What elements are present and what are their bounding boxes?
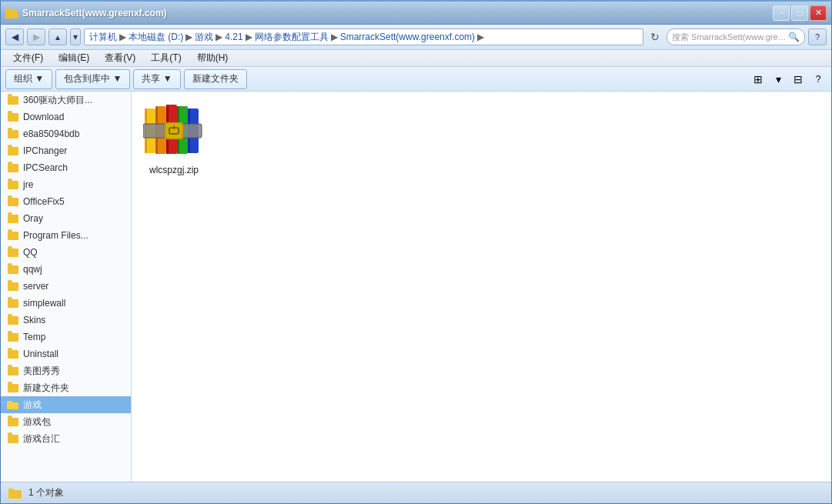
- toolbar-right: ⊞ ▾ ⊟ ?: [750, 71, 827, 88]
- back-button[interactable]: ◀: [5, 28, 24, 45]
- sidebar-item-games-hub[interactable]: 游戏台汇: [1, 430, 131, 447]
- sidebar-item-games-pack[interactable]: 游戏包: [1, 413, 131, 430]
- menu-edit[interactable]: 编辑(E): [51, 50, 97, 67]
- svg-rect-1: [5, 8, 11, 11]
- sidebar-item-360[interactable]: 360驱动大师目...: [1, 92, 131, 108]
- sidebar-item-qq[interactable]: QQ: [1, 244, 131, 261]
- up-button[interactable]: ▲: [48, 28, 67, 45]
- addressbar-container: ◀ ▶ ▲ ▾ 计算机 ▶ 本地磁盘 (D:) ▶ 游戏 ▶ 4.21 ▶ 网络…: [1, 25, 831, 50]
- forward-button[interactable]: ▶: [27, 28, 45, 45]
- sidebar-item-ipcsearch[interactable]: IPCSearch: [1, 159, 131, 176]
- breadcrumb-smarrack[interactable]: SmarrackSett(www.greenxf.com): [340, 32, 475, 42]
- minimize-button[interactable]: －: [773, 5, 790, 21]
- sidebar-item-meitu[interactable]: 美图秀秀: [1, 362, 131, 379]
- sidebar-item-qqwj[interactable]: qqwj: [1, 261, 131, 278]
- zip-file-icon: [143, 102, 205, 162]
- breadcrumb-421[interactable]: 4.21: [225, 32, 242, 42]
- folder-icon: [7, 195, 19, 208]
- refresh-button[interactable]: ↻: [647, 28, 663, 45]
- search-placeholder: 搜索 SmarrackSett(www.greenxf.c...: [672, 32, 788, 43]
- folder-icon-open: [7, 399, 19, 411]
- sidebar: 360驱动大师目... Download e8a85094bdb IPChang…: [1, 92, 132, 482]
- folder-icon: [7, 111, 19, 123]
- share-button[interactable]: 共享 ▼: [133, 69, 180, 89]
- titlebar: SmarrackSett(www.greenxf.com) － □ ✕: [1, 2, 831, 25]
- sidebar-item-temp[interactable]: Temp: [1, 329, 131, 345]
- folder-icon: [7, 94, 19, 106]
- titlebar-title: SmarrackSett(www.greenxf.com): [22, 8, 167, 18]
- status-folder-icon: [8, 486, 22, 500]
- menu-tools[interactable]: 工具(T): [143, 50, 189, 67]
- breadcrumb-games[interactable]: 游戏: [195, 31, 213, 44]
- folder-icon: [7, 246, 19, 259]
- folder-icon: [7, 297, 19, 309]
- folder-icon: [7, 212, 19, 225]
- nav-dropdown-button[interactable]: ▾: [70, 28, 81, 45]
- toolbar: 组织 ▼ 包含到库中 ▼ 共享 ▼ 新建文件夹 ⊞ ▾ ⊟ ?: [1, 67, 831, 92]
- file-item-zip[interactable]: wlcspzgj.zip: [139, 99, 209, 179]
- svg-rect-19: [173, 125, 175, 129]
- folder-icon: [7, 432, 19, 445]
- sidebar-item-jre[interactable]: jre: [1, 176, 131, 193]
- sidebar-item-server[interactable]: server: [1, 278, 131, 295]
- titlebar-icon: [5, 7, 18, 19]
- file-name: wlcspzgj.zip: [149, 165, 199, 175]
- folder-icon: [7, 229, 19, 242]
- sidebar-item-ipchanger[interactable]: IPChanger: [1, 142, 131, 159]
- sidebar-item-skins[interactable]: Skins: [1, 312, 131, 329]
- statusbar: 1 个对象: [1, 482, 831, 503]
- folder-icon: [7, 416, 19, 428]
- svg-rect-0: [5, 10, 18, 18]
- folder-icon: [7, 128, 19, 140]
- svg-rect-21: [8, 489, 14, 491]
- sidebar-item-download[interactable]: Download: [1, 108, 131, 125]
- menu-help[interactable]: 帮助(H): [189, 50, 236, 67]
- menubar: 文件(F) 编辑(E) 查看(V) 工具(T) 帮助(H): [1, 50, 831, 67]
- folder-icon: [7, 280, 19, 292]
- status-count: 1 个对象: [28, 486, 64, 499]
- folder-icon: [7, 263, 19, 275]
- sidebar-item-program-files[interactable]: Program Files...: [1, 227, 131, 244]
- close-button[interactable]: ✕: [810, 5, 827, 21]
- folder-icon: [7, 179, 19, 191]
- explorer-window: SmarrackSett(www.greenxf.com) － □ ✕ ◀ ▶ …: [0, 0, 832, 504]
- pane-button[interactable]: ⊟: [790, 71, 807, 88]
- svg-rect-20: [8, 490, 22, 499]
- search-box[interactable]: 搜索 SmarrackSett(www.greenxf.c... 🔍: [667, 28, 805, 45]
- include-in-library-button[interactable]: 包含到库中 ▼: [55, 69, 130, 89]
- nav-row: ◀ ▶ ▲ ▾ 计算机 ▶ 本地磁盘 (D:) ▶ 游戏 ▶ 4.21 ▶ 网络…: [5, 27, 827, 47]
- folder-icon: [7, 348, 19, 360]
- titlebar-controls: － □ ✕: [773, 5, 827, 21]
- sidebar-item-officefix5[interactable]: OfficeFix5: [1, 193, 131, 210]
- breadcrumb-computer[interactable]: 计算机: [89, 31, 117, 44]
- menu-view[interactable]: 查看(V): [97, 50, 143, 67]
- sidebar-item-new-folder[interactable]: 新建文件夹: [1, 379, 131, 396]
- folder-icon: [7, 314, 19, 326]
- view-dropdown-button[interactable]: ▾: [770, 71, 787, 88]
- file-area: wlcspzgj.zip: [132, 92, 831, 482]
- folder-icon: [7, 162, 19, 174]
- breadcrumb[interactable]: 计算机 ▶ 本地磁盘 (D:) ▶ 游戏 ▶ 4.21 ▶ 网络参数配置工具 ▶…: [84, 28, 643, 45]
- breadcrumb-drive[interactable]: 本地磁盘 (D:): [129, 31, 183, 44]
- help-button[interactable]: ?: [808, 28, 827, 45]
- organize-button[interactable]: 组织 ▼: [5, 69, 52, 89]
- titlebar-left: SmarrackSett(www.greenxf.com): [5, 7, 167, 19]
- breadcrumb-network-tool[interactable]: 网络参数配置工具: [255, 31, 329, 44]
- folder-icon: [7, 331, 19, 343]
- sidebar-item-e8a85094[interactable]: e8a85094bdb: [1, 125, 131, 142]
- folder-icon: [7, 382, 19, 394]
- maximize-button[interactable]: □: [791, 5, 808, 21]
- search-icon: 🔍: [788, 32, 800, 42]
- menu-file[interactable]: 文件(F): [5, 50, 51, 67]
- help-icon-button[interactable]: ?: [810, 71, 827, 88]
- svg-rect-3: [7, 401, 12, 403]
- sidebar-item-games[interactable]: 游戏: [1, 396, 131, 413]
- folder-icon: [7, 145, 19, 157]
- sidebar-item-uninstall[interactable]: Uninstall: [1, 345, 131, 362]
- svg-rect-2: [7, 402, 18, 409]
- new-folder-button[interactable]: 新建文件夹: [184, 69, 247, 89]
- view-options-button[interactable]: ⊞: [750, 71, 767, 88]
- content-area: 360驱动大师目... Download e8a85094bdb IPChang…: [1, 92, 831, 482]
- sidebar-item-simplewall[interactable]: simplewall: [1, 295, 131, 312]
- sidebar-item-oray[interactable]: Oray: [1, 210, 131, 227]
